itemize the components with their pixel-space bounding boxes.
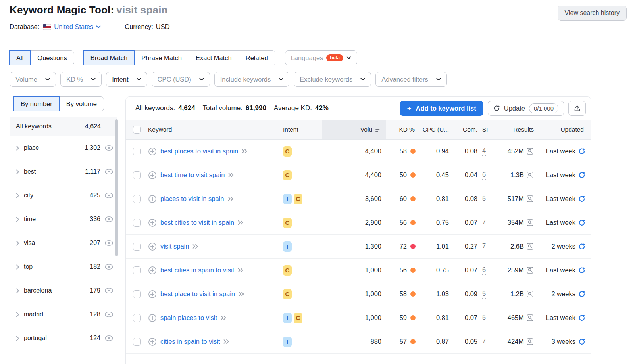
- keyword-link[interactable]: places to visit in spain: [160, 195, 224, 203]
- add-keyword-icon[interactable]: [148, 147, 157, 156]
- row-checkbox[interactable]: [133, 290, 141, 298]
- serp-icon[interactable]: [526, 290, 534, 298]
- sidebar-group-item[interactable]: place 1,302: [10, 136, 117, 160]
- refresh-icon[interactable]: [578, 195, 585, 203]
- sf-value[interactable]: 5: [482, 195, 486, 203]
- keyword-link[interactable]: best time to visit spain: [160, 171, 225, 179]
- add-keyword-icon[interactable]: [148, 337, 157, 346]
- row-checkbox[interactable]: [133, 195, 141, 203]
- sf-value[interactable]: 7: [482, 242, 486, 251]
- sf-value[interactable]: 6: [482, 266, 486, 275]
- filter-dropdown[interactable]: CPC (USD): [152, 72, 210, 87]
- view-search-history-button[interactable]: View search history: [558, 6, 627, 21]
- refresh-icon[interactable]: [578, 314, 585, 322]
- sidebar-group-item[interactable]: best 1,117: [10, 160, 117, 184]
- column-header-kd[interactable]: KD %: [386, 120, 417, 139]
- serp-icon[interactable]: [526, 338, 534, 345]
- sidebar-group-item[interactable]: top 182: [10, 255, 117, 279]
- hide-group-eye-icon[interactable]: [104, 216, 114, 223]
- keyword-link[interactable]: spain places to visit: [160, 314, 217, 322]
- add-keyword-icon[interactable]: [148, 242, 157, 251]
- refresh-icon[interactable]: [578, 148, 585, 155]
- row-checkbox[interactable]: [133, 219, 141, 227]
- serp-icon[interactable]: [526, 195, 534, 203]
- column-header-sf[interactable]: SF: [480, 120, 497, 139]
- hide-group-eye-icon[interactable]: [104, 144, 114, 151]
- serp-icon[interactable]: [526, 266, 534, 274]
- serp-icon[interactable]: [526, 314, 534, 322]
- tab[interactable]: Phrase Match: [134, 50, 189, 65]
- sf-value[interactable]: 5: [482, 314, 486, 322]
- sort-toggle-option[interactable]: By volume: [59, 96, 104, 111]
- expand-keyword-icon[interactable]: [192, 244, 198, 249]
- database-selector[interactable]: United States: [54, 23, 101, 31]
- add-keyword-icon[interactable]: [148, 266, 157, 275]
- row-checkbox[interactable]: [133, 266, 141, 274]
- hide-group-eye-icon[interactable]: [104, 287, 114, 294]
- add-keyword-icon[interactable]: [148, 314, 157, 322]
- refresh-icon[interactable]: [578, 219, 585, 226]
- sidebar-group-item[interactable]: barcelona 179: [10, 279, 117, 303]
- expand-keyword-icon[interactable]: [228, 196, 234, 201]
- column-header-com[interactable]: Com.: [450, 120, 480, 139]
- refresh-icon[interactable]: [578, 243, 585, 250]
- row-checkbox[interactable]: [133, 314, 141, 322]
- serp-icon[interactable]: [526, 171, 534, 179]
- hide-group-eye-icon[interactable]: [104, 239, 114, 247]
- filter-dropdown[interactable]: KD %: [60, 72, 102, 87]
- hide-group-eye-icon[interactable]: [104, 192, 114, 199]
- expand-keyword-icon[interactable]: [223, 339, 229, 344]
- sidebar-group-item[interactable]: portugal 124: [10, 326, 117, 350]
- filter-dropdown[interactable]: Advanced filters: [375, 72, 446, 87]
- refresh-icon[interactable]: [578, 267, 585, 274]
- expand-keyword-icon[interactable]: [238, 220, 244, 225]
- sf-value[interactable]: 7: [482, 218, 486, 227]
- row-checkbox[interactable]: [133, 243, 141, 251]
- tab[interactable]: Broad Match: [83, 50, 135, 65]
- sort-toggle-option[interactable]: By number: [13, 96, 60, 111]
- sf-value[interactable]: 7: [482, 337, 486, 346]
- refresh-icon[interactable]: [578, 291, 585, 298]
- keyword-link[interactable]: best cities to visit in spain: [160, 219, 234, 226]
- column-header-volume[interactable]: Volu: [322, 120, 386, 139]
- sidebar-scrollbar[interactable]: [115, 119, 118, 256]
- add-keyword-icon[interactable]: [148, 195, 157, 203]
- filter-dropdown[interactable]: Include keywords: [214, 72, 289, 87]
- sidebar-group-item[interactable]: visa 207: [10, 231, 117, 255]
- hide-group-eye-icon[interactable]: [104, 311, 114, 318]
- expand-keyword-icon[interactable]: [242, 149, 248, 154]
- row-checkbox[interactable]: [133, 338, 141, 346]
- select-all-checkbox[interactable]: [133, 126, 141, 134]
- sidebar-group-item[interactable]: madrid 128: [10, 303, 117, 326]
- serp-icon[interactable]: [526, 148, 534, 155]
- filter-dropdown[interactable]: Exclude keywords: [294, 72, 371, 87]
- sidebar-item-all-keywords[interactable]: All keywords 4,624: [10, 117, 117, 136]
- column-header-cpc[interactable]: CPC (U...: [417, 120, 450, 139]
- hide-group-eye-icon[interactable]: [104, 263, 114, 270]
- filter-dropdown[interactable]: Intent: [106, 72, 147, 87]
- row-checkbox[interactable]: [133, 171, 141, 179]
- tab[interactable]: Exact Match: [189, 50, 239, 65]
- languages-dropdown[interactable]: Languages beta: [285, 50, 357, 65]
- keyword-link[interactable]: best place to visit in spain: [160, 290, 235, 298]
- serp-icon[interactable]: [526, 243, 534, 250]
- keyword-link[interactable]: cities in spain to visit: [160, 338, 220, 345]
- refresh-icon[interactable]: [578, 172, 585, 179]
- expand-keyword-icon[interactable]: [239, 291, 244, 297]
- add-keyword-icon[interactable]: [148, 290, 157, 299]
- column-header-updated[interactable]: Updated: [539, 120, 591, 139]
- column-header-intent[interactable]: Intent: [283, 120, 322, 139]
- add-to-keyword-list-button[interactable]: + Add to keyword list: [400, 101, 483, 116]
- row-checkbox[interactable]: [133, 148, 141, 155]
- tab[interactable]: Questions: [30, 50, 74, 65]
- update-button[interactable]: Update 0/1,000: [488, 101, 564, 116]
- hide-group-eye-icon[interactable]: [104, 335, 114, 342]
- export-button[interactable]: [568, 101, 586, 116]
- filter-dropdown[interactable]: Volume: [10, 72, 56, 87]
- add-keyword-icon[interactable]: [148, 171, 157, 180]
- sf-value[interactable]: 6: [482, 171, 486, 180]
- keyword-link[interactable]: best places to visit in spain: [160, 148, 238, 155]
- add-keyword-icon[interactable]: [148, 218, 157, 227]
- hide-group-eye-icon[interactable]: [104, 168, 114, 175]
- expand-keyword-icon[interactable]: [228, 172, 234, 178]
